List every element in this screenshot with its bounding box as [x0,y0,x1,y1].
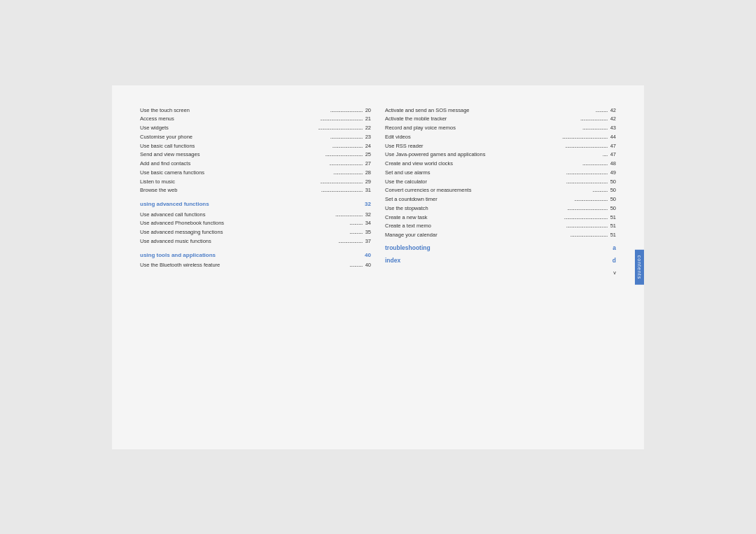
entry-title: Access menus [140,115,320,124]
sidebar-tab: contents [635,249,644,284]
toc-entry: Use the calculator .....................… [385,178,616,187]
toc-entry: Use advanced Phonebook functions .......… [140,219,371,228]
troubleshooting-label: troubleshooting [385,243,430,253]
toc-entry: Use widgets ............................… [140,124,371,133]
toc-entry: Use advanced messaging functions .......… [140,228,371,237]
entry-title: Use the calculator [385,178,566,187]
toc-entry: Send and view messages .................… [140,150,371,160]
toc-entry: Use advanced music functions ...........… [140,237,371,246]
entry-title: Use Java-powered games and applications [385,150,603,160]
toc-entry: Activate the mobile tracker ............… [385,115,616,124]
toc-entry: Use Java-powered games and applications … [385,150,616,160]
index-page: d [612,255,616,265]
entry-title: Create a text memo [385,222,566,231]
toc-entry: Customise your phone ...................… [140,133,371,142]
entry-title: Listen to music [140,178,320,187]
toc-entry: Use basic camera functions .............… [140,169,371,178]
page: Use the touch screen ...................… [112,85,644,449]
entry-title: Send and view messages [140,150,326,160]
entry-title: Use basic call functions [140,142,332,151]
entry-title: Create a new task [385,213,564,223]
entry-title: Set a countdown timer [385,195,574,204]
toc-entry: Convert currencies or measurements .....… [385,186,616,195]
entry-title: Use advanced call functions [140,211,335,220]
toc-entry: Create a new task ......................… [385,213,616,223]
entry-title: Activate the mobile tracker [385,115,580,124]
toc-entry: Activate and send an SOS message .......… [385,106,616,115]
toc-entry: Create a text memo .....................… [385,222,616,231]
entry-title: Use the touch screen [140,106,330,115]
toc-entry: Use the touch screen ...................… [140,106,371,115]
toc-entry: Access menus ...........................… [140,115,371,124]
toc-entry: Browse the web .........................… [140,186,371,195]
entry-title: Add and find contacts [140,160,329,169]
toc-entry: Record and play voice memos ............… [385,124,616,133]
toc-entry: Use RSS reader .........................… [385,142,616,151]
section-heading-tools: using tools and applications 40 [140,251,371,260]
left-column: Use the touch screen ...................… [140,106,371,428]
entry-title: Edit videos [385,133,562,142]
entry-title: Use advanced music functions [140,237,338,246]
entry-title: Use advanced Phonebook functions [140,219,349,228]
toc-entry: Manage your calendar ...................… [385,231,616,240]
entry-title: Convert currencies or measurements [385,186,592,195]
entry-title: Use basic camera functions [140,169,333,178]
toc-entry: Use advanced call functions ............… [140,211,371,220]
v-entry: v [385,269,616,278]
entry-title: Activate and send an SOS message [385,106,596,115]
troubleshooting-page: a [612,243,616,253]
right-column: Activate and send an SOS message .......… [385,106,616,428]
entry-title: Use the Bluetooth wireless feature [140,261,349,270]
toc-entry: Use basic call functions ...............… [140,142,371,151]
entry-title: Manage your calendar [385,231,570,240]
toc-entry: Set a countdown timer ..................… [385,195,616,204]
entry-title: Set and use alarms [385,169,566,178]
troubleshooting-row: troubleshooting a [385,243,616,253]
toc-entry: Set and use alarms .....................… [385,169,616,178]
entry-title: Use widgets [140,124,318,133]
toc-entry: Add and find contacts ..................… [140,160,371,169]
index-label: index [385,255,400,265]
content: Use the touch screen ...................… [112,85,644,449]
entry-title: Use RSS reader [385,142,565,151]
toc-entry: Listen to music ........................… [140,178,371,187]
entry-title: Browse the web [140,186,321,195]
toc-entry: Edit videos ............................… [385,133,616,142]
entry-title: Create and view world clocks [385,160,582,169]
section-heading-advanced: using advanced functions 32 [140,199,371,209]
toc-entry: Use the Bluetooth wireless feature .....… [140,261,371,270]
entry-title: Record and play voice memos [385,124,582,133]
entry-title: Use advanced messaging functions [140,228,349,237]
index-row: index d [385,255,616,265]
toc-entry: Use the stopwatch ......................… [385,204,616,213]
entry-title: Use the stopwatch [385,204,567,213]
entry-title: Customise your phone [140,133,330,142]
toc-entry: Create and view world clocks ...........… [385,160,616,169]
